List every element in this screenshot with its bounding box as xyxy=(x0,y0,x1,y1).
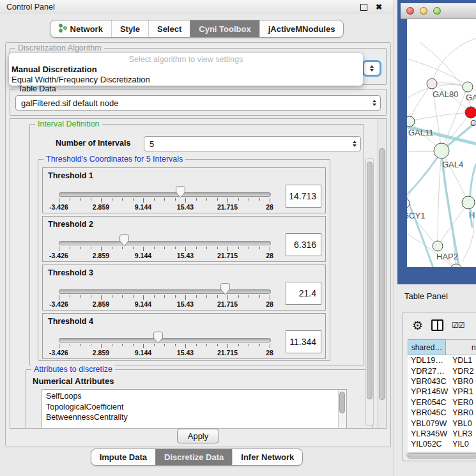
split-columns-icon[interactable] xyxy=(431,319,443,331)
tab-cyni-toolbox[interactable]: Cyni Toolbox xyxy=(190,20,259,37)
tick-mark xyxy=(70,198,70,201)
tab-impute-data[interactable]: Impute Data xyxy=(91,449,155,465)
slider-ticks xyxy=(59,344,270,349)
table-row[interactable]: YDL19… YDL1 xyxy=(408,355,476,365)
group-title: Table Data xyxy=(15,84,59,94)
apply-button[interactable]: Apply xyxy=(177,429,220,443)
tick-mark xyxy=(80,295,81,298)
tick-mark xyxy=(270,344,270,348)
table-row[interactable]: YIL052C YIL0 xyxy=(408,439,476,449)
outer-vertical-scrollbar[interactable] xyxy=(378,119,386,428)
tab-infer-network[interactable]: Infer Network xyxy=(232,449,302,465)
network-node[interactable] xyxy=(434,143,449,158)
threshold-value-field[interactable]: 14.713 xyxy=(286,185,321,208)
tick-label: 2.859 xyxy=(93,252,109,259)
tab-jactivemnodules[interactable]: jActiveMNodules xyxy=(259,20,344,37)
network-node[interactable] xyxy=(462,196,475,209)
network-node[interactable] xyxy=(465,107,476,118)
tick-mark xyxy=(91,295,91,298)
network-edge[interactable] xyxy=(407,183,434,267)
slider-track[interactable] xyxy=(59,289,271,294)
screenshot-root: Control Panel ✖ Netw xyxy=(0,0,476,476)
select-columns-icon[interactable]: ☑☑ xyxy=(452,321,464,330)
network-canvas[interactable]: GAL80GACGAL11GAL4GCY1HHAP2 xyxy=(407,19,476,267)
tick-mark xyxy=(164,344,165,346)
network-node[interactable] xyxy=(433,241,443,251)
table-cell-shared-name: YDR27… xyxy=(408,367,446,376)
slider-thumb[interactable] xyxy=(220,283,230,298)
tick-mark xyxy=(112,247,112,249)
threshold-panel: Threshold 1 -3.4262.8599.14415.4321.7152… xyxy=(42,167,326,213)
slider-track[interactable] xyxy=(59,241,271,245)
tick-mark xyxy=(238,295,239,298)
table-row[interactable]: YPR145W YPR1 xyxy=(408,387,476,397)
cyni-toolbox-panel: Discretization Algorithm Select algorith… xyxy=(5,42,391,447)
inner-vertical-scrollbar[interactable] xyxy=(365,158,374,426)
network-node[interactable] xyxy=(407,116,415,127)
close-icon[interactable]: ✖ xyxy=(376,3,382,12)
table-data-group: Table Data galFiltered.sif default node xyxy=(10,89,387,116)
slider-track[interactable] xyxy=(59,192,271,197)
table-cell-name: YBL0 xyxy=(446,419,472,428)
table-row[interactable]: YER054C YER0 xyxy=(408,397,476,408)
tab-network[interactable]: Network xyxy=(50,20,111,37)
network-edge[interactable] xyxy=(407,151,441,199)
tick-mark xyxy=(154,198,155,201)
slider-thumb[interactable] xyxy=(153,332,163,346)
table-row[interactable]: YBR045C YBR0 xyxy=(408,408,476,418)
network-edge[interactable] xyxy=(441,151,468,203)
table-row[interactable]: YDR27… YDR2 xyxy=(408,365,476,376)
threshold-panel: Threshold 4 -3.4262.8599.14415.4321.7152… xyxy=(42,313,326,359)
threshold-value-field[interactable]: 6.316 xyxy=(286,233,321,256)
horizontal-scrollbar[interactable] xyxy=(406,452,476,459)
slider-thumb[interactable] xyxy=(176,186,185,201)
table-row[interactable]: YLR345W YLR3 xyxy=(408,429,476,439)
tab-label: Select xyxy=(157,24,181,34)
network-window-titlebar[interactable] xyxy=(401,3,476,19)
attributes-scrollbar[interactable] xyxy=(338,390,346,429)
table-row[interactable]: YBL079W YBL0 xyxy=(408,418,476,428)
tick-mark xyxy=(80,344,81,346)
slider-thumb[interactable] xyxy=(119,234,129,249)
tab-discretize-data[interactable]: Discretize Data xyxy=(155,449,232,465)
tick-label: 21.715 xyxy=(217,203,238,211)
close-traffic-light-icon[interactable] xyxy=(406,7,414,15)
network-edge[interactable] xyxy=(410,84,432,121)
column-header-name[interactable]: na xyxy=(446,339,476,355)
settings-gear-icon[interactable]: ⚙ xyxy=(412,319,423,332)
tick-mark xyxy=(217,295,218,298)
dropdown-option-manual[interactable]: Manual Discretization xyxy=(9,64,363,74)
network-edge[interactable] xyxy=(438,151,441,246)
minimize-traffic-light-icon[interactable] xyxy=(420,7,427,15)
thresholds-group: Threshold's Coordinates for 5 Intervals … xyxy=(38,159,330,361)
slider-track[interactable] xyxy=(59,338,271,342)
scrollbar-thumb[interactable] xyxy=(339,392,345,413)
table-row[interactable]: YBR043C YBR0 xyxy=(408,376,476,387)
dropdown-option-equal-width[interactable]: Equal Width/Frequency Discretization xyxy=(9,74,363,84)
network-edge[interactable] xyxy=(410,112,471,121)
threshold-value-field[interactable]: 21.4 xyxy=(286,282,321,305)
network-edge[interactable] xyxy=(432,38,476,84)
column-header-shared-name[interactable]: shared… xyxy=(408,339,446,355)
num-intervals-combobox[interactable]: 5 xyxy=(144,136,361,151)
tick-mark xyxy=(164,198,165,201)
threshold-value-field[interactable]: 11.344 xyxy=(286,330,321,353)
algorithm-combobox[interactable] xyxy=(362,60,381,77)
float-window-icon[interactable] xyxy=(360,4,367,11)
scrollbar-thumb[interactable] xyxy=(408,453,476,457)
network-node[interactable] xyxy=(427,79,437,89)
attribute-item[interactable]: SelfLoops xyxy=(42,391,346,402)
attribute-item[interactable]: BetweennessCentrality xyxy=(42,412,346,423)
network-node[interactable] xyxy=(407,198,410,208)
network-node[interactable] xyxy=(463,82,473,92)
scrollbar-thumb[interactable] xyxy=(379,148,385,400)
scrollbar-thumb[interactable] xyxy=(367,162,372,399)
tab-style[interactable]: Style xyxy=(111,20,148,37)
table-data-combobox[interactable]: galFiltered.sif default node xyxy=(15,95,381,111)
tab-select[interactable]: Select xyxy=(148,20,190,37)
tick-label: 15.43 xyxy=(177,203,194,211)
attribute-item[interactable]: TopologicalCoefficient xyxy=(42,402,346,413)
tick-mark xyxy=(59,247,59,251)
tick-label: 9.144 xyxy=(135,252,151,259)
zoom-traffic-light-icon[interactable] xyxy=(433,7,441,15)
